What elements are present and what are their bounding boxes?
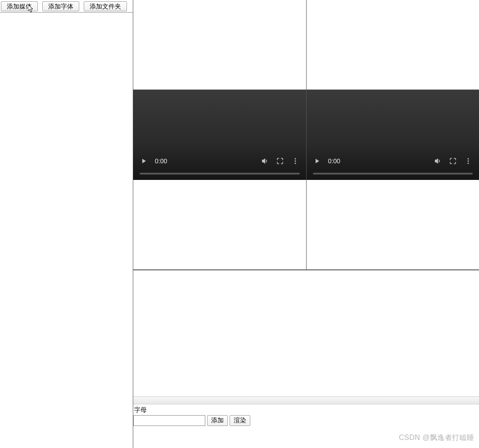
preview-cell-top-right	[306, 0, 479, 90]
render-button[interactable]: 渲染	[230, 415, 250, 426]
form-controls: 添加 渲染	[133, 415, 479, 427]
play-icon[interactable]	[313, 157, 322, 166]
fullscreen-icon[interactable]	[276, 157, 285, 166]
seekbar-right[interactable]	[313, 173, 473, 175]
top-toolbar: 添加媒体 添加字体 添加文件夹	[0, 0, 133, 13]
fullscreen-icon[interactable]	[448, 157, 457, 166]
video-controls-right: 0:00	[307, 154, 479, 168]
preview-cell-bottom-left	[133, 180, 306, 270]
add-folder-button[interactable]: 添加文件夹	[84, 1, 127, 11]
add-font-button[interactable]: 添加字体	[42, 1, 79, 11]
more-icon[interactable]	[464, 157, 473, 166]
preview-cell-bottom-right	[306, 180, 479, 270]
video-controls-left: 0:00	[133, 154, 306, 168]
form-row: 字母 添加 渲染	[133, 404, 479, 427]
more-icon[interactable]	[291, 157, 300, 166]
bottom-blank	[133, 427, 479, 448]
preview-grid: 0:00 0:00	[133, 0, 479, 270]
preview-cell-top-left	[133, 0, 306, 90]
video-time-left: 0:00	[155, 157, 167, 165]
svg-point-4	[468, 161, 469, 162]
video-row: 0:00 0:00	[133, 90, 479, 180]
video-time-right: 0:00	[328, 157, 340, 165]
svg-point-5	[468, 163, 469, 164]
form-label: 字母	[133, 405, 479, 415]
timeline-area[interactable]	[133, 270, 479, 396]
seekbar-left[interactable]	[140, 173, 300, 175]
volume-icon[interactable]	[433, 157, 442, 166]
volume-icon[interactable]	[260, 157, 269, 166]
svg-point-2	[294, 163, 296, 164]
horizontal-scrollbar[interactable]	[133, 396, 479, 404]
svg-point-1	[294, 161, 296, 162]
video-player-left[interactable]: 0:00	[133, 90, 306, 180]
play-icon[interactable]	[140, 157, 149, 166]
add-media-button[interactable]: 添加媒体	[1, 1, 38, 11]
bottom-panel: 字母 添加 渲染	[133, 270, 479, 448]
svg-point-3	[468, 158, 469, 160]
add-button[interactable]: 添加	[207, 415, 228, 426]
video-player-right[interactable]: 0:00	[306, 90, 479, 180]
text-input[interactable]	[133, 415, 205, 426]
svg-point-0	[294, 158, 296, 160]
